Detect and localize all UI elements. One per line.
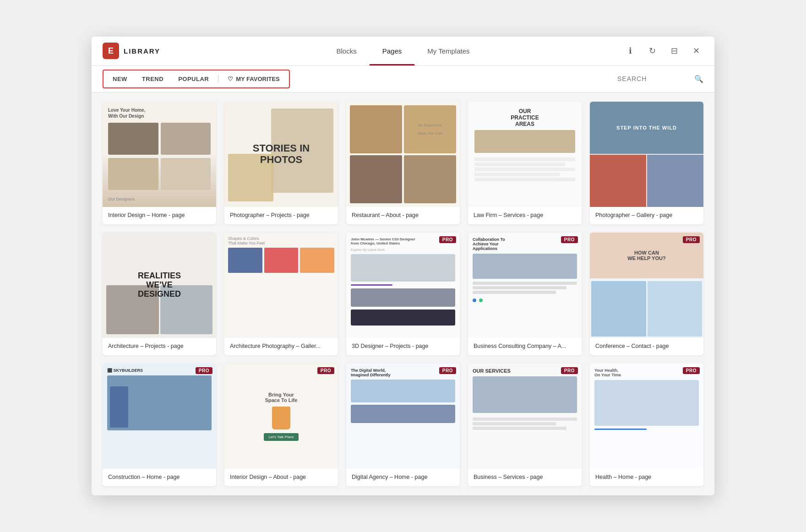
search-icon[interactable]: 🔍 <box>694 75 703 83</box>
filter-trend-button[interactable]: TREND <box>135 73 171 85</box>
card-12-label: Interior Design – About - page <box>224 469 338 486</box>
card-arch-photo-gallery[interactable]: Shapes & ColorsThat Make You Feel Archit… <box>224 233 338 355</box>
search-input[interactable] <box>617 75 691 82</box>
filter-bar: NEW TREND POPULAR ♡ MY FAVORITES 🔍 <box>92 66 714 92</box>
card-1-thumbnail: Love Your Home,With Our Design Our Desig… <box>103 102 216 207</box>
card-photographer-gallery[interactable]: STEP INTO THE WILD Photographer – Galler… <box>590 102 703 224</box>
card-restaurant-about[interactable]: An ExperienceMeet The Chef Restaurant – … <box>346 102 460 224</box>
card-conference-contact[interactable]: PRO HOW CANWE HELP YOU? Conference – Con… <box>590 233 703 355</box>
nav-tabs: Blocks Pages My Templates <box>324 37 483 65</box>
pro-badge-8: PRO <box>439 236 456 243</box>
card-3-thumbnail: An ExperienceMeet The Chef <box>346 102 460 207</box>
card-4-thumbnail: OURPRACTICEAREAS <box>468 102 582 207</box>
filter-favorites-button[interactable]: ♡ MY FAVORITES <box>220 73 287 85</box>
card-15-label: Health – Home - page <box>590 469 703 486</box>
card-interior-design[interactable]: Love Your Home,With Our Design Our Desig… <box>103 102 216 224</box>
card-9-label: Business Consulting Company – A... <box>468 338 582 355</box>
card-health-home[interactable]: PRO Your Health,On Your Time Health – Ho… <box>590 364 703 486</box>
pro-badge-13: PRO <box>439 367 456 374</box>
header: E LIBRARY Blocks Pages My Templates ℹ ↻ … <box>92 37 714 66</box>
filter-divider <box>218 75 218 83</box>
search-area: 🔍 <box>617 75 703 83</box>
template-grid: Love Your Home,With Our Design Our Desig… <box>103 102 703 487</box>
elementor-logo: E <box>103 43 119 59</box>
card-9-thumbnail: PRO Collaboration ToAchieve YourApplicat… <box>468 233 582 338</box>
card-8-thumbnail: PRO John Mcwinn — Senior CGI Designerfro… <box>346 233 460 338</box>
library-title: LIBRARY <box>124 47 160 55</box>
card-interior-about[interactable]: PRO Bring YourSpace To Life Let's Talk P… <box>224 364 338 486</box>
card-photographer-projects[interactable]: STORIES INPHOTOS Photographer – Projects… <box>224 102 338 224</box>
card-13-label: Digital Agency – Home - page <box>346 469 460 486</box>
card-6-thumbnail: REALITIESWE'VEDESIGNED <box>103 233 216 338</box>
save-icon[interactable]: ⊟ <box>667 43 681 58</box>
card-1-label: Interior Design – Home - page <box>103 207 216 224</box>
card-law-firm[interactable]: OURPRACTICEAREAS Law Firm – Services - p… <box>468 102 582 224</box>
card-business-services[interactable]: PRO OUR SERVICES Business – Services - p… <box>468 364 582 486</box>
card-7-label: Architecture Photography – Galler... <box>224 338 338 355</box>
pro-badge-10: PRO <box>683 236 700 243</box>
pro-badge-15: PRO <box>683 367 700 374</box>
tab-pages[interactable]: Pages <box>370 37 415 65</box>
card-4-label: Law Firm – Services - page <box>468 207 582 224</box>
refresh-icon[interactable]: ↻ <box>645 43 659 58</box>
heart-icon: ♡ <box>228 76 233 82</box>
card-architecture-projects[interactable]: REALITIESWE'VEDESIGNED Architecture – Pr… <box>103 233 216 355</box>
card-7-thumbnail: Shapes & ColorsThat Make You Feel <box>224 233 338 338</box>
card-5-label: Photographer – Gallery - page <box>590 207 703 224</box>
card-digital-agency[interactable]: PRO The Digital World,Imagined Different… <box>346 364 460 486</box>
pro-badge-11: PRO <box>196 367 212 374</box>
card-11-label: Construction – Home - page <box>103 469 216 486</box>
card-12-thumbnail: PRO Bring YourSpace To Life Let's Talk P… <box>224 364 338 469</box>
logo-area: E LIBRARY <box>103 43 176 59</box>
header-actions: ℹ ↻ ⊟ ✕ <box>623 43 703 58</box>
card-11-thumbnail: PRO ⬛ SKYBUILDERS <box>103 364 216 469</box>
card-13-thumbnail: PRO The Digital World,Imagined Different… <box>346 364 460 469</box>
card-8-label: 3D Designer – Projects - page <box>346 338 460 355</box>
filter-new-button[interactable]: NEW <box>105 73 135 85</box>
card-business-consulting[interactable]: PRO Collaboration ToAchieve YourApplicat… <box>468 233 582 355</box>
card-15-thumbnail: PRO Your Health,On Your Time <box>590 364 703 469</box>
card-construction-home[interactable]: PRO ⬛ SKYBUILDERS Construction – Home - … <box>103 364 216 486</box>
card-14-thumbnail: PRO OUR SERVICES <box>468 364 582 469</box>
card-2-thumbnail: STORIES INPHOTOS <box>224 102 338 207</box>
library-modal: E LIBRARY Blocks Pages My Templates ℹ ↻ … <box>92 37 714 496</box>
filter-group: NEW TREND POPULAR ♡ MY FAVORITES <box>103 70 290 88</box>
card-3-label: Restaurant – About - page <box>346 207 460 224</box>
tab-blocks[interactable]: Blocks <box>324 37 370 65</box>
card-3d-designer[interactable]: PRO John Mcwinn — Senior CGI Designerfro… <box>346 233 460 355</box>
pro-badge-14: PRO <box>561 367 578 374</box>
close-icon[interactable]: ✕ <box>689 43 703 58</box>
card-10-label: Conference – Contact - page <box>590 338 703 355</box>
card-6-label: Architecture – Projects - page <box>103 338 216 355</box>
card-14-label: Business – Services - page <box>468 469 582 486</box>
card-2-label: Photographer – Projects - page <box>224 207 338 224</box>
info-icon[interactable]: ℹ <box>623 43 637 58</box>
card-10-thumbnail: PRO HOW CANWE HELP YOU? <box>590 233 703 338</box>
pro-badge-12: PRO <box>317 367 334 374</box>
tab-my-templates[interactable]: My Templates <box>414 37 482 65</box>
card-5-thumbnail: STEP INTO THE WILD <box>590 102 703 207</box>
template-grid-container: Love Your Home,With Our Design Our Desig… <box>92 92 714 496</box>
filter-popular-button[interactable]: POPULAR <box>171 73 216 85</box>
pro-badge-9: PRO <box>561 236 578 243</box>
